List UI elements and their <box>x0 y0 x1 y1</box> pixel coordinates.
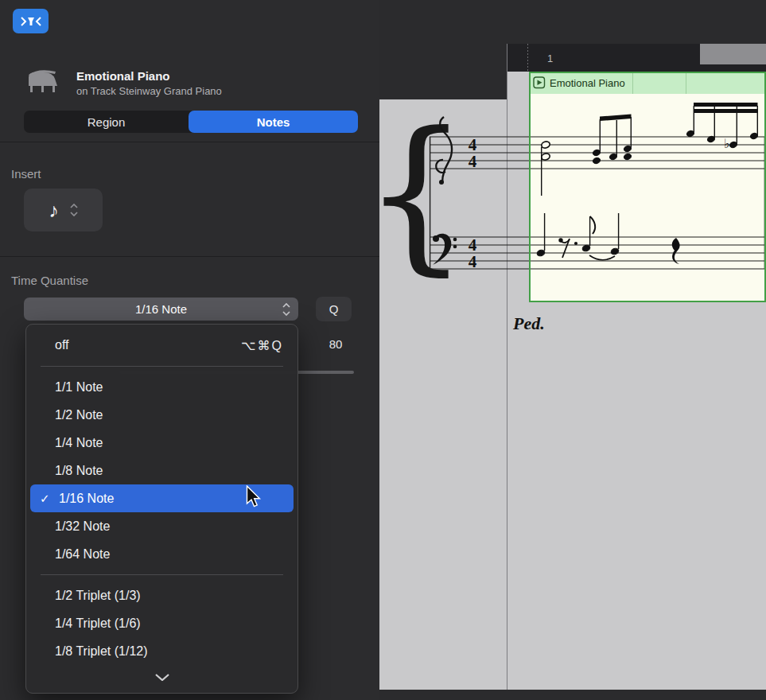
scroll-down-icon <box>155 674 169 681</box>
stepper-chevrons-icon <box>282 303 290 316</box>
menu-item-1-2-note[interactable]: 1/2 Note <box>26 401 297 429</box>
menu-item-1-4-triplet[interactable]: 1/4 Triplet (1/6) <box>26 609 297 637</box>
menu-item-label: 1/16 Note <box>59 492 114 506</box>
region-notes-segmented-control: Region Notes <box>24 111 358 133</box>
menu-item-1-32-note[interactable]: 1/32 Note <box>26 512 297 540</box>
menu-item-label: 1/1 Note <box>55 380 103 395</box>
quantise-apply-button[interactable]: Q <box>316 297 352 321</box>
tab-notes[interactable]: Notes <box>189 111 358 133</box>
insert-note-value-button[interactable]: ♪ <box>24 189 103 231</box>
menu-item-1-2-triplet[interactable]: 1/2 Triplet (1/3) <box>26 581 297 609</box>
menu-separator <box>41 366 283 367</box>
time-quantise-label: Time Quantise <box>11 274 88 287</box>
time-quantise-menu: off ⌥⌘Q 1/1 Note 1/2 Note 1/4 Note 1/8 N… <box>25 324 298 694</box>
score-editor-area: 1 Emotional Piano { 4 4 <box>379 44 766 690</box>
menu-item-label: 1/4 Note <box>55 436 103 450</box>
midi-region[interactable]: Emotional Piano <box>530 72 765 301</box>
flat-sign: ♭ <box>724 136 730 151</box>
menu-scroll-down[interactable] <box>26 665 297 689</box>
menu-item-label: 1/2 Note <box>55 408 103 422</box>
funnel-between-chevrons-icon <box>19 14 43 29</box>
track-title: Emotional Piano <box>76 69 170 83</box>
menu-item-1-8-note[interactable]: 1/8 Note <box>26 457 297 484</box>
menu-item-label: off <box>55 338 69 352</box>
grand-piano-icon <box>22 67 60 95</box>
track-subtitle: on Track Steinway Grand Piano <box>76 85 222 97</box>
checkmark-icon: ✓ <box>40 492 59 506</box>
menu-separator <box>41 574 283 575</box>
menu-item-label: 1/32 Note <box>55 519 110 534</box>
menu-item-shortcut: ⌥⌘Q <box>241 338 283 353</box>
bar-number: 1 <box>547 52 553 64</box>
region-title: Emotional Piano <box>550 77 625 89</box>
svg-text:4: 4 <box>469 252 477 271</box>
menu-item-label: 1/4 Triplet (1/6) <box>55 616 141 631</box>
menu-item-label: 1/8 Triplet (1/12) <box>55 644 148 659</box>
svg-text:4: 4 <box>469 152 477 171</box>
time-quantise-select[interactable]: 1/16 Note <box>24 298 298 321</box>
menu-item-1-1-note[interactable]: 1/1 Note <box>26 373 297 401</box>
system-brace-icon: { <box>379 96 469 291</box>
menu-item-label: 1/8 Note <box>55 464 103 478</box>
mouse-cursor-icon <box>246 485 262 508</box>
menu-item-1-64-note[interactable]: 1/64 Note <box>26 540 297 568</box>
menu-item-label: 1/2 Triplet (1/3) <box>55 589 141 603</box>
menu-item-1-8-triplet[interactable]: 1/8 Triplet (1/12) <box>26 637 297 665</box>
time-quantise-value: 1/16 Note <box>135 302 187 316</box>
velocity-value: 80 <box>317 337 355 351</box>
pedal-marking: Ped. <box>512 313 545 333</box>
region-body <box>530 72 765 301</box>
ruler-region-block <box>700 44 766 64</box>
menu-item-label: 1/64 Note <box>55 547 110 562</box>
divider <box>0 256 379 257</box>
menu-item-off[interactable]: off ⌥⌘Q <box>26 331 297 360</box>
eighth-note-icon: ♪ <box>49 200 59 220</box>
midi-in-catch-button[interactable] <box>13 9 49 33</box>
menu-item-1-4-note[interactable]: 1/4 Note <box>26 429 297 457</box>
tab-region[interactable]: Region <box>24 111 189 133</box>
divider <box>0 142 379 142</box>
insert-label: Insert <box>11 167 41 181</box>
stepper-chevrons-icon <box>70 204 78 216</box>
